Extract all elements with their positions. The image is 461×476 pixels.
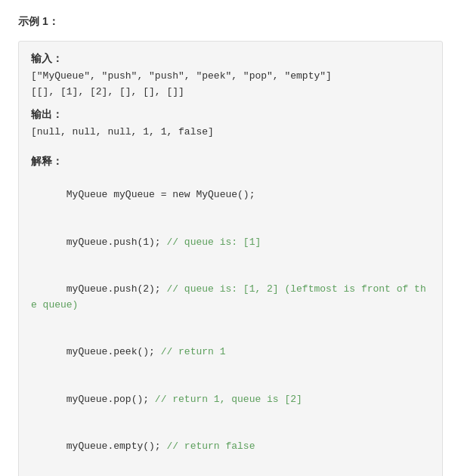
code-comment-4: // return 1, queue is [2]: [149, 394, 302, 405]
code-comment-5: // return false: [161, 440, 255, 452]
example-block: 输入： ["MyQueue", "push", "push", "peek", …: [18, 41, 443, 476]
explanation-label: 解释：: [31, 155, 430, 168]
code-line-0: MyQueue myQueue = new MyQueue();: [31, 172, 430, 218]
code-line-3: myQueue.peek(); // return 1: [31, 329, 430, 376]
page-container: 示例 1： 输入： ["MyQueue", "push", "push", "p…: [18, 15, 443, 476]
code-text-0: MyQueue myQueue = new MyQueue();: [67, 189, 255, 200]
input-line2: [[], [1], [2], [], [], []]: [31, 85, 430, 100]
code-line-4: myQueue.pop(); // return 1, queue is [2]: [31, 376, 430, 423]
code-text-3: myQueue.peek();: [67, 346, 155, 357]
page-title: 示例 1：: [18, 15, 443, 29]
code-comment-3: // return 1: [155, 346, 226, 357]
output-line1: [null, null, null, 1, 1, false]: [31, 125, 430, 141]
code-text-5: myQueue.empty();: [67, 440, 161, 452]
code-line-1: myQueue.push(1); // queue is: [1]: [31, 219, 430, 266]
code-text-4: myQueue.pop();: [67, 394, 149, 405]
input-line1: ["MyQueue", "push", "push", "peek", "pop…: [31, 69, 430, 85]
code-text-2: myQueue.push(2);: [67, 283, 161, 295]
output-label: 输出：: [31, 108, 430, 122]
code-line-5: myQueue.empty(); // return false: [31, 423, 430, 470]
code-line-2: myQueue.push(2); // queue is: [1, 2] (le…: [31, 266, 430, 329]
code-text-1: myQueue.push(1);: [67, 236, 161, 248]
code-comment-1: // queue is: [1]: [161, 236, 261, 248]
input-label: 输入：: [31, 52, 430, 66]
